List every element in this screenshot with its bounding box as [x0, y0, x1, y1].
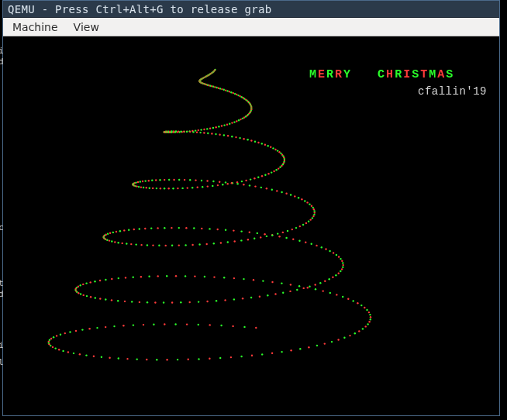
svg-point-462 — [281, 351, 282, 353]
svg-point-252 — [309, 203, 310, 205]
menu-view[interactable]: View — [71, 19, 107, 35]
svg-point-461 — [290, 349, 291, 351]
svg-point-226 — [178, 179, 180, 181]
svg-point-355 — [338, 273, 340, 274]
svg-point-436 — [342, 296, 343, 298]
svg-point-157 — [278, 151, 280, 153]
svg-point-195 — [168, 188, 170, 189]
svg-point-331 — [249, 232, 250, 233]
svg-point-268 — [287, 230, 288, 232]
svg-point-149 — [257, 142, 259, 143]
svg-point-90 — [218, 126, 219, 127]
svg-point-136 — [207, 133, 209, 134]
svg-point-377 — [189, 301, 191, 303]
svg-point-270 — [277, 232, 278, 234]
svg-point-476 — [136, 358, 138, 360]
svg-point-430 — [298, 285, 300, 287]
svg-point-53 — [233, 92, 234, 94]
svg-point-342 — [321, 246, 322, 248]
svg-point-428 — [281, 282, 282, 284]
svg-point-495 — [50, 338, 52, 339]
svg-point-441 — [364, 307, 365, 308]
svg-point-83 — [236, 120, 237, 122]
svg-point-327 — [217, 229, 219, 230]
menu-machine[interactable]: Machine — [9, 19, 66, 35]
svg-point-498 — [60, 334, 61, 336]
svg-point-227 — [184, 179, 185, 181]
svg-point-269 — [282, 232, 284, 233]
svg-point-275 — [247, 239, 249, 240]
svg-point-435 — [336, 294, 337, 295]
svg-point-482 — [85, 354, 87, 356]
svg-point-451 — [358, 330, 360, 332]
svg-point-143 — [235, 136, 236, 138]
svg-point-172 — [271, 171, 272, 173]
svg-point-499 — [64, 332, 66, 334]
svg-point-128 — [180, 130, 181, 132]
svg-point-190 — [191, 187, 193, 188]
svg-point-429 — [290, 284, 291, 285]
author-byline: cfallin'19 — [418, 85, 487, 98]
svg-point-174 — [264, 174, 266, 176]
svg-point-274 — [254, 238, 255, 239]
svg-point-205 — [136, 185, 137, 187]
svg-point-285 — [178, 244, 180, 246]
svg-point-96 — [200, 129, 202, 130]
svg-point-330 — [240, 230, 242, 232]
svg-point-242 — [271, 189, 273, 191]
svg-point-392 — [86, 295, 88, 297]
svg-point-368 — [267, 294, 268, 296]
svg-point-129 — [183, 131, 185, 133]
svg-point-186 — [212, 185, 213, 187]
svg-point-132 — [192, 131, 194, 133]
svg-point-361 — [315, 284, 316, 285]
svg-point-376 — [198, 301, 199, 302]
svg-point-425 — [253, 279, 254, 281]
svg-point-408 — [105, 279, 106, 281]
svg-point-183 — [227, 183, 229, 184]
svg-point-515 — [209, 324, 211, 325]
svg-point-263 — [305, 222, 307, 224]
svg-point-277 — [234, 240, 236, 242]
svg-point-347 — [338, 256, 340, 257]
svg-point-321 — [171, 227, 172, 229]
svg-point-322 — [178, 227, 180, 229]
svg-point-447 — [368, 321, 370, 322]
svg-point-145 — [243, 138, 244, 139]
svg-point-346 — [336, 254, 337, 256]
svg-point-194 — [172, 188, 174, 189]
svg-point-414 — [148, 276, 150, 277]
svg-point-152 — [267, 145, 269, 146]
svg-point-95 — [203, 129, 205, 130]
svg-point-292 — [136, 243, 137, 245]
svg-point-223 — [164, 179, 165, 181]
svg-point-291 — [140, 244, 142, 246]
emulator-display[interactable]: MERRY CHRISTMAS cfallin'19 — [3, 37, 499, 415]
svg-point-439 — [357, 302, 358, 304]
svg-point-316 — [139, 228, 140, 229]
svg-point-245 — [285, 193, 287, 195]
svg-point-380 — [163, 301, 164, 303]
svg-point-352 — [342, 267, 343, 268]
svg-point-282 — [198, 243, 200, 245]
svg-point-310 — [112, 232, 114, 233]
svg-point-124 — [171, 130, 172, 132]
svg-point-140 — [223, 134, 225, 136]
svg-point-234 — [225, 181, 226, 183]
svg-point-308 — [107, 233, 109, 235]
svg-point-258 — [313, 214, 315, 215]
svg-point-225 — [173, 179, 174, 181]
svg-point-502 — [81, 329, 83, 330]
svg-point-393 — [83, 294, 84, 296]
svg-point-434 — [329, 292, 331, 294]
svg-point-267 — [291, 229, 293, 230]
svg-point-168 — [279, 167, 281, 168]
svg-point-307 — [105, 234, 107, 236]
svg-point-288 — [158, 245, 160, 246]
svg-point-94 — [206, 128, 208, 129]
svg-point-369 — [259, 296, 260, 298]
window-titlebar[interactable]: QEMU - Press Ctrl+Alt+G to release grab — [3, 1, 499, 18]
svg-point-489 — [52, 346, 53, 348]
svg-point-374 — [216, 300, 217, 301]
svg-point-280 — [213, 243, 215, 244]
